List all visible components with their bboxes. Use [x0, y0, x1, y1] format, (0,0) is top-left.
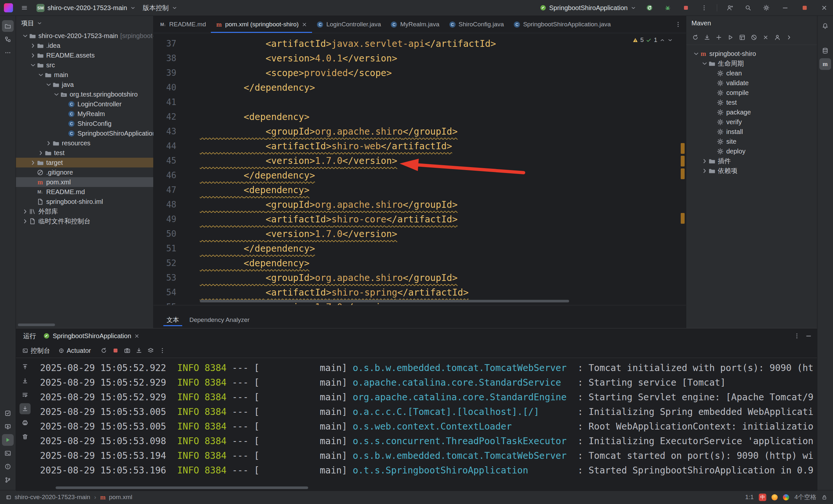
- thread-dump-button[interactable]: [122, 345, 133, 356]
- tab-readme-md[interactable]: M↓README.md: [155, 16, 211, 33]
- flame-icon[interactable]: [771, 494, 778, 500]
- git-toolwindow-button[interactable]: [2, 474, 14, 486]
- run-tab[interactable]: SpringbootShiroApplication: [43, 332, 140, 340]
- maven-goal-validate[interactable]: validate: [686, 78, 817, 88]
- print-console-button[interactable]: [20, 417, 30, 428]
- tab-myrealm[interactable]: CMyRealm.java: [386, 16, 444, 33]
- tab-pom-xml[interactable]: mpom.xml (springboot-shiro): [211, 16, 312, 33]
- console-horizontal-scrollbar[interactable]: [56, 486, 308, 489]
- rerun-button[interactable]: [641, 2, 658, 14]
- clear-console-button[interactable]: [20, 431, 30, 442]
- indent-widget[interactable]: 4个空格: [794, 493, 816, 501]
- more-toolwindows-button[interactable]: [2, 47, 14, 58]
- tree-item-pom-xml[interactable]: mpom.xml: [16, 177, 153, 187]
- maven-add-button[interactable]: [714, 32, 724, 43]
- maximize-button[interactable]: [796, 0, 813, 16]
- notifications-button[interactable]: [819, 20, 831, 32]
- console-more-button[interactable]: [157, 345, 168, 356]
- database-toolwindow-button[interactable]: [819, 45, 831, 56]
- run-config-widget[interactable]: SpringbootShiroApplication: [537, 2, 639, 14]
- scroll-to-top-button[interactable]: [20, 361, 30, 372]
- tree-item-gitignore[interactable]: .gitignore: [16, 168, 153, 177]
- tree-item-package[interactable]: org.test.springbootshiro: [16, 90, 153, 99]
- maven-goal-verify[interactable]: verify: [686, 117, 817, 127]
- coverage-button[interactable]: [145, 345, 156, 356]
- rerun-button[interactable]: [99, 345, 109, 356]
- tree-item-readme-assets[interactable]: README.assets: [16, 50, 153, 60]
- maven-goal-site[interactable]: site: [686, 136, 817, 146]
- close-icon[interactable]: [134, 333, 140, 339]
- scroll-to-bottom-button[interactable]: [20, 375, 30, 386]
- hide-panel-icon[interactable]: [805, 333, 812, 339]
- tree-item-scratches[interactable]: 临时文件和控制台: [16, 216, 153, 226]
- main-menu-button[interactable]: [16, 2, 32, 14]
- tree-item-main[interactable]: main: [16, 70, 153, 80]
- maven-profiles-button[interactable]: [772, 32, 783, 43]
- tree-item-java[interactable]: java: [16, 80, 153, 90]
- project-panel-header[interactable]: 项目: [16, 16, 153, 30]
- maven-reimport-button[interactable]: [690, 32, 700, 43]
- tree-item-springboot-shiro-iml[interactable]: springboot-shiro.iml: [16, 197, 153, 206]
- tree-item-src[interactable]: src: [16, 60, 153, 70]
- tree-item-target[interactable]: target: [16, 158, 153, 168]
- maven-run-button[interactable]: [725, 32, 736, 43]
- maven-goal-deploy[interactable]: deploy: [686, 146, 817, 156]
- services-toolwindow-button[interactable]: [2, 421, 14, 432]
- pinwheel-icon[interactable]: [783, 494, 789, 500]
- maven-goal-install[interactable]: install: [686, 127, 817, 136]
- caret-position[interactable]: 1:1: [745, 494, 754, 501]
- maven-toolwindow-button[interactable]: m: [819, 58, 831, 70]
- maven-unlink-button[interactable]: [760, 32, 771, 43]
- scroll-to-end-button[interactable]: [20, 403, 30, 414]
- tree-item-shiroconfig[interactable]: CShiroConfig: [16, 119, 153, 128]
- console-tab[interactable]: 控制台: [20, 346, 53, 355]
- input-method-badge[interactable]: 中: [759, 494, 766, 501]
- stop-button[interactable]: [110, 345, 121, 356]
- tree-item-project-root[interactable]: shiro-cve-2020-17523-main[srpingboot-sh: [16, 31, 153, 41]
- maven-download-sources-button[interactable]: [702, 32, 712, 43]
- console-output[interactable]: 2025-08-29 15:05:52.922 INFO 8384 --- [ …: [34, 358, 817, 491]
- actuator-tab[interactable]: Actuator: [56, 347, 93, 354]
- tree-item-logincontroller[interactable]: CLoginController: [16, 99, 153, 109]
- terminal-toolwindow-button[interactable]: [2, 448, 14, 459]
- maven-execute-button[interactable]: [737, 32, 747, 43]
- editor[interactable]: 37383940414243444546474849505152535455 <…: [153, 33, 686, 305]
- run-more-icon[interactable]: [794, 333, 800, 339]
- tab-springbootshiroapplication[interactable]: CSpringbootShiroApplication.java: [509, 16, 616, 33]
- lock-icon[interactable]: [822, 495, 827, 500]
- maven-goal-test[interactable]: test: [686, 98, 817, 107]
- tab-logincontroller[interactable]: CLoginController.java: [312, 16, 386, 33]
- maven-more-button[interactable]: [784, 32, 794, 43]
- maven-item-root[interactable]: msrpingboot-shiro: [686, 49, 817, 58]
- problems-toolwindow-button[interactable]: [2, 461, 14, 473]
- maven-skip-tests-button[interactable]: [749, 32, 759, 43]
- tree-item-test[interactable]: test: [16, 148, 153, 158]
- vcs-widget[interactable]: 版本控制: [140, 2, 181, 14]
- inspections-widget[interactable]: 5 1: [633, 36, 673, 44]
- editor-tab-text[interactable]: 文本: [162, 314, 184, 326]
- tree-item-idea[interactable]: .idea: [16, 41, 153, 50]
- prev-problem-icon[interactable]: [660, 37, 665, 43]
- project-horizontal-scrollbar[interactable]: [18, 324, 55, 326]
- stop-button[interactable]: [678, 2, 694, 14]
- maven-item-lifecycle[interactable]: 生命周期: [686, 58, 817, 68]
- more-actions-button[interactable]: [696, 2, 712, 14]
- maven-goal-compile[interactable]: compile: [686, 88, 817, 98]
- heap-dump-button[interactable]: [134, 345, 144, 356]
- breadcrumb-project[interactable]: shiro-cve-2020-17523-main: [15, 494, 90, 501]
- structure-toolwindow-button[interactable]: [2, 33, 14, 45]
- maven-item-plugins[interactable]: 插件: [686, 156, 817, 166]
- maven-goal-clean[interactable]: clean: [686, 68, 817, 78]
- maven-goal-package[interactable]: package: [686, 107, 817, 117]
- tab-options-icon[interactable]: [675, 21, 681, 28]
- maven-item-dependencies[interactable]: 依赖项: [686, 166, 817, 176]
- run-toolwindow-button[interactable]: [2, 434, 14, 446]
- editor-tab-dependency-analyzer[interactable]: Dependency Analyzer: [185, 314, 254, 326]
- tree-item-springbootshiroapplication[interactable]: CSpringbootShiroApplication: [16, 128, 153, 138]
- minimize-button[interactable]: [777, 0, 794, 16]
- settings-button[interactable]: [758, 2, 775, 14]
- commit-toolwindow-button[interactable]: [2, 407, 14, 419]
- editor-horizontal-scrollbar[interactable]: [200, 300, 569, 302]
- next-problem-icon[interactable]: [667, 37, 673, 43]
- toolwindow-layout-icon[interactable]: [6, 495, 11, 500]
